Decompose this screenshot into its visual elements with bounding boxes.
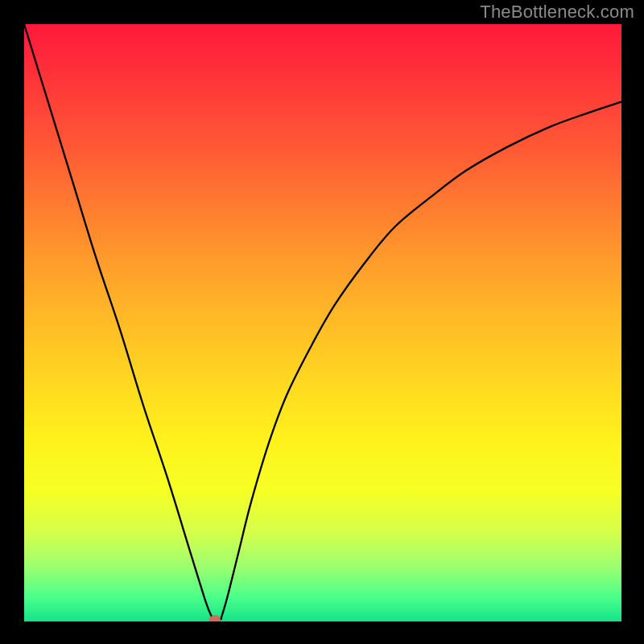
bottleneck-curve — [24, 24, 621, 621]
optimum-marker — [209, 616, 221, 622]
plot-area — [24, 24, 621, 621]
curve-path — [24, 24, 621, 619]
watermark-text: TheBottleneck.com — [480, 2, 634, 23]
chart-frame: TheBottleneck.com — [0, 0, 644, 644]
